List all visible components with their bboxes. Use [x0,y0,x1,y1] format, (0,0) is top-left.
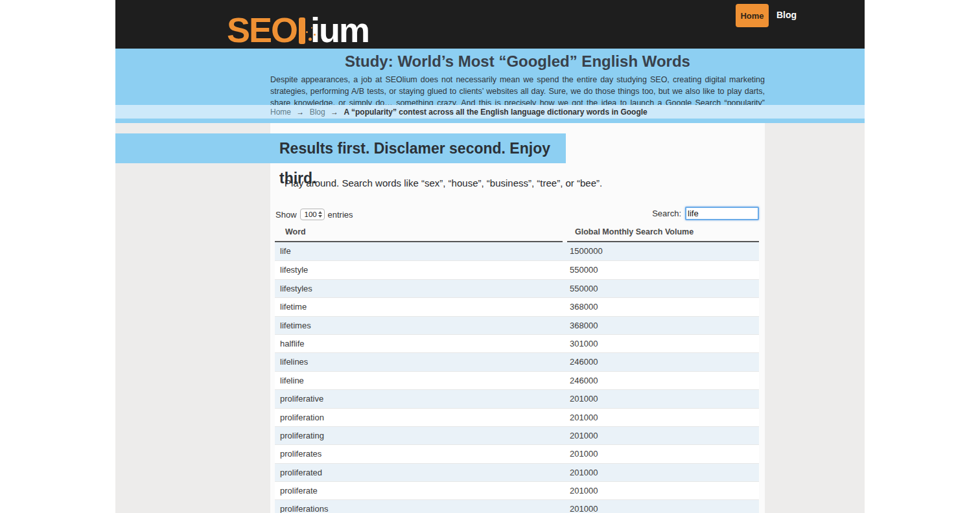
word-cell: proliferations [275,500,567,513]
word-cell: proliferating [275,427,567,444]
table-controls: Show 100 entries Search: [270,206,765,223]
breadcrumb-home-link[interactable]: Home [270,108,291,117]
volume-cell: 201000 [567,390,759,407]
word-cell: lifetimes [275,317,567,334]
seolium-logo[interactable]: SEO ium [227,4,369,44]
column-header-volume[interactable]: Global Monthly Search Volume [567,224,759,242]
word-cell: proliferated [275,464,567,481]
breadcrumb-blog-link[interactable]: Blog [310,108,325,117]
breadcrumb-separator: → [296,108,304,117]
table-row: halflife301000 [275,334,759,352]
word-cell: lifelines [275,353,567,370]
entries-label: entries [328,210,353,220]
stepper-icon [318,211,322,218]
table-row: lifestyle550000 [275,260,759,279]
bubble-icon [306,31,308,33]
search-label: Search: [652,209,681,218]
table-row: lifetimes368000 [275,316,759,334]
table-row: proliferated201000 [275,463,759,481]
table-row: life1500000 [275,242,759,260]
word-cell: proliferate [275,482,567,499]
table-header-row: Word Global Monthly Search Volume [275,224,759,242]
search-input[interactable] [685,207,759,220]
table-row: proliferates201000 [275,444,759,462]
logo-text-seo: SEO [227,16,297,44]
top-navigation-bar: SEO ium Home Blog [115,0,865,49]
volume-cell: 201000 [567,500,759,513]
column-header-word[interactable]: Word [275,224,563,242]
volume-cell: 246000 [567,353,759,370]
page-title: Study: World’s Most “Googled” English Wo… [270,52,765,71]
volume-cell: 301000 [567,335,759,352]
word-cell: lifestyles [275,280,567,297]
word-cell: life [275,242,567,260]
table-row: proliferative201000 [275,389,759,407]
volume-cell: 1500000 [567,242,759,260]
table-row: lifelines246000 [275,352,759,370]
table-row: proliferations201000 [275,499,759,513]
page: SEO ium Home Blog Study: World’s Most “G… [0,0,980,513]
play-around-text: Play around. Search words like “sex”, “h… [285,177,602,188]
word-cell: proliferates [275,445,567,462]
entries-select[interactable]: 100 [300,209,325,220]
word-cell: proliferative [275,390,567,407]
volume-cell: 246000 [567,372,759,389]
volume-cell: 550000 [567,280,759,297]
table-row: proliferating201000 [275,426,759,444]
word-cell: lifetime [275,298,567,315]
table-body: life1500000lifestyle550000lifestyles5500… [275,242,759,513]
breadcrumb-trail: Home → Blog → A “popularity” contest acr… [270,108,648,117]
volume-cell: 201000 [567,409,759,426]
volume-cell: 368000 [567,317,759,334]
word-cell: lifeline [275,372,567,389]
show-label: Show [275,210,297,220]
breadcrumb-separator: → [331,108,338,117]
volume-cell: 368000 [567,298,759,315]
table-row: proliferation201000 [275,408,759,426]
breadcrumb: Home → Blog → A “popularity” contest acr… [115,105,865,123]
volume-cell: 201000 [567,482,759,499]
entries-select-value: 100 [305,211,317,218]
hero-section: Study: World’s Most “Googled” English Wo… [115,49,865,105]
logo-letter-l-bar [299,17,305,44]
table-row: lifestyles550000 [275,279,759,297]
logo-text-ium: ium [310,16,369,44]
breadcrumb-current-page: A “popularity” contest across all the En… [344,108,647,117]
volume-cell: 550000 [567,261,759,279]
volume-cell: 201000 [567,445,759,462]
volume-cell: 201000 [567,464,759,481]
words-table: Word Global Monthly Search Volume life15… [275,224,759,513]
search-control: Search: [652,207,759,220]
table-row: proliferate201000 [275,481,759,499]
nav-blog-link[interactable]: Blog [776,10,797,20]
nav-home-button[interactable]: Home [736,4,769,27]
page-length-control: Show 100 entries [275,209,353,220]
volume-cell: 201000 [567,427,759,444]
table-row: lifetime368000 [275,297,759,315]
arrow-down-icon [318,215,322,218]
word-cell: halflife [275,335,567,352]
table-row: lifeline246000 [275,371,759,389]
word-cell: proliferation [275,409,567,426]
word-cell: lifestyle [275,261,567,279]
results-banner: Results first. Disclamer second. Enjoy t… [115,133,566,163]
arrow-up-icon [318,211,322,214]
